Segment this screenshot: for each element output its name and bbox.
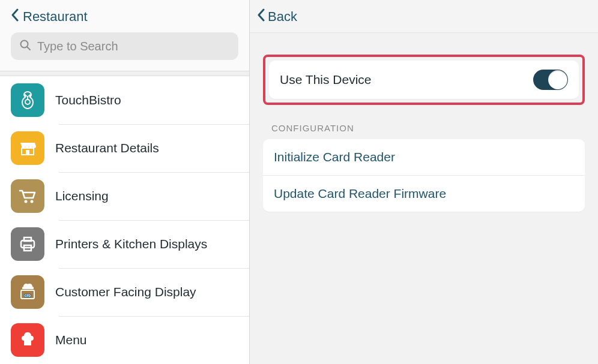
sidebar-item-label: Customer Facing Display — [55, 285, 196, 299]
svg-point-0 — [21, 40, 28, 47]
sidebar-item-label: Menu — [55, 333, 87, 347]
use-this-device-row: Use This Device — [269, 61, 579, 99]
sidebar-item-restaurant-details[interactable]: Restaurant Details — [0, 124, 249, 172]
main-back-button[interactable]: Back — [257, 8, 297, 25]
main-panel: Back Use This Device CONFIGURATION Initi… — [250, 0, 598, 364]
toggle-knob — [548, 70, 567, 89]
chef-icon — [11, 323, 44, 357]
update-firmware-link[interactable]: Update Card Reader Firmware — [263, 175, 585, 212]
search-input[interactable]: Type to Search — [11, 32, 238, 60]
touchbistro-icon — [11, 83, 44, 117]
sidebar-item-cfd[interactable]: CFD Customer Facing Display — [0, 268, 249, 316]
storefront-icon — [11, 131, 44, 165]
chevron-left-icon — [257, 8, 265, 25]
sidebar-list: TouchBistro Restaurant Details Licensing… — [0, 76, 249, 364]
svg-point-6 — [31, 200, 34, 203]
highlight-frame: Use This Device — [263, 55, 585, 105]
cfd-icon: CFD — [11, 275, 44, 309]
sidebar-item-label: TouchBistro — [55, 93, 121, 107]
main-header: Back — [250, 0, 598, 33]
main-back-label: Back — [268, 9, 297, 25]
configuration-section-header: CONFIGURATION — [263, 123, 585, 139]
sidebar-divider — [0, 71, 249, 76]
search-wrap: Type to Search — [0, 32, 249, 71]
use-this-device-toggle[interactable] — [533, 70, 568, 90]
svg-line-1 — [28, 47, 31, 50]
main-body: Use This Device CONFIGURATION Initialize… — [250, 33, 598, 212]
sidebar-header: Restaurant — [0, 0, 249, 32]
sidebar-back-label: Restaurant — [23, 9, 88, 25]
svg-rect-13 — [24, 341, 31, 345]
sidebar-item-label: Licensing — [55, 189, 109, 203]
sidebar: Restaurant Type to Search TouchBistro Re… — [0, 0, 250, 364]
svg-rect-8 — [24, 237, 31, 241]
sidebar-item-licensing[interactable]: Licensing — [0, 172, 249, 220]
sidebar-item-label: Printers & Kitchen Displays — [55, 237, 207, 251]
svg-point-5 — [25, 200, 28, 203]
search-icon — [19, 39, 31, 54]
use-this-device-label: Use This Device — [280, 73, 372, 87]
svg-point-2 — [25, 100, 30, 104]
search-placeholder: Type to Search — [37, 40, 118, 53]
sidebar-back-button[interactable]: Restaurant — [11, 8, 88, 25]
chevron-left-icon — [11, 8, 19, 25]
cart-icon — [11, 179, 44, 213]
printer-icon — [11, 227, 44, 261]
sidebar-item-printers[interactable]: Printers & Kitchen Displays — [0, 220, 249, 268]
sidebar-item-label: Restaurant Details — [55, 141, 159, 155]
sidebar-item-menu[interactable]: Menu — [0, 316, 249, 364]
configuration-group: Initialize Card Reader Update Card Reade… — [263, 139, 585, 212]
svg-text:CFD: CFD — [25, 294, 31, 297]
initialize-card-reader-link[interactable]: Initialize Card Reader — [263, 139, 585, 175]
svg-rect-4 — [26, 150, 29, 155]
sidebar-item-touchbistro[interactable]: TouchBistro — [0, 76, 249, 124]
